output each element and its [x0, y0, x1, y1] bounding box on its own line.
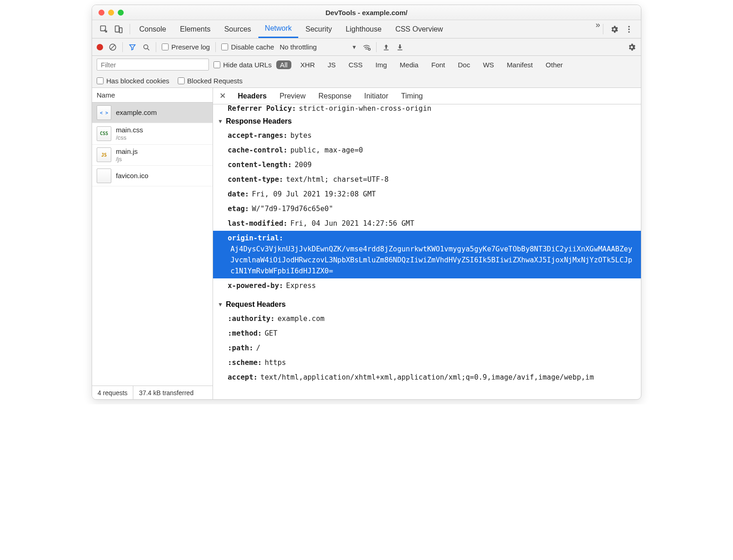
response-headers-section[interactable]: ▼ Response Headers: [213, 114, 641, 128]
request-row[interactable]: < >example.com: [92, 103, 213, 123]
svg-rect-2: [120, 27, 122, 33]
svg-point-8: [368, 48, 371, 50]
header-row[interactable]: cache-control:public, max-age=0: [213, 143, 641, 158]
panel-tab-elements[interactable]: Elements: [174, 20, 217, 38]
detail-tab-initiator[interactable]: Initiator: [358, 88, 394, 104]
record-button[interactable]: [97, 44, 103, 50]
type-filter-font[interactable]: Font: [427, 60, 449, 69]
minimize-window-button[interactable]: [108, 10, 114, 16]
header-row: Referrer Policy: strict-origin-when-cros…: [213, 104, 641, 114]
type-filter-other[interactable]: Other: [542, 60, 567, 69]
type-filter-manifest[interactable]: Manifest: [503, 60, 536, 69]
device-toolbar-icon[interactable]: [114, 25, 123, 34]
panel-tab-css-overview[interactable]: CSS Overview: [389, 20, 449, 38]
type-filter-img[interactable]: Img: [372, 60, 391, 69]
header-row[interactable]: date:Fri, 09 Jul 2021 19:32:08 GMT: [213, 187, 641, 201]
header-key: content-length:: [228, 159, 292, 170]
header-row[interactable]: :path:/: [213, 341, 641, 355]
request-row[interactable]: CSSmain.css/css: [92, 123, 213, 145]
download-har-icon[interactable]: [396, 43, 404, 51]
header-value: bytes: [290, 130, 312, 141]
header-value: GET: [265, 328, 278, 339]
more-tabs-icon[interactable]: »: [596, 20, 600, 38]
header-row[interactable]: :authority:example.com: [213, 311, 641, 326]
disable-cache-label: Disable cache: [231, 43, 274, 51]
detail-tab-headers[interactable]: Headers: [231, 88, 273, 104]
throttling-select[interactable]: No throttling ▼: [279, 43, 357, 51]
inspect-element-icon[interactable]: [99, 25, 109, 34]
panel-tab-security[interactable]: Security: [299, 20, 339, 38]
disable-cache-checkbox[interactable]: Disable cache: [221, 43, 274, 51]
search-icon[interactable]: [142, 43, 150, 51]
type-filter-doc[interactable]: Doc: [454, 60, 474, 69]
svg-point-3: [628, 26, 629, 27]
detail-tab-preview[interactable]: Preview: [273, 88, 312, 104]
request-row[interactable]: JSmain.js/js: [92, 145, 213, 166]
type-filter-js[interactable]: JS: [324, 60, 339, 69]
header-row[interactable]: accept-ranges:bytes: [213, 128, 641, 143]
request-headers-section[interactable]: ▼ Request Headers: [213, 298, 641, 311]
network-conditions-icon[interactable]: [362, 43, 371, 51]
network-settings-gear-icon[interactable]: [627, 43, 636, 52]
header-row[interactable]: last-modified:Fri, 04 Jun 2021 14:27:56 …: [213, 216, 641, 231]
header-key: Referrer Policy:: [228, 104, 296, 113]
header-value: https: [265, 357, 286, 368]
header-value: Fri, 09 Jul 2021 19:32:08 GMT: [252, 189, 376, 200]
header-row[interactable]: :scheme:https: [213, 355, 641, 370]
type-filter-xhr[interactable]: XHR: [297, 60, 319, 69]
disclosure-triangle-icon: ▼: [218, 118, 223, 125]
panel-tab-sources[interactable]: Sources: [218, 20, 257, 38]
name-column-header[interactable]: Name: [92, 88, 213, 103]
kebab-menu-icon[interactable]: [624, 25, 634, 34]
hide-data-urls-checkbox[interactable]: Hide data URLs: [213, 61, 272, 69]
detail-tab-timing[interactable]: Timing: [395, 88, 429, 104]
titlebar: DevTools - example.com/: [92, 5, 641, 20]
settings-gear-icon[interactable]: [610, 25, 619, 34]
close-detail-icon[interactable]: ✕: [215, 88, 230, 104]
header-row[interactable]: content-type:text/html; charset=UTF-8: [213, 172, 641, 187]
status-bar: 4 requests 37.4 kB transferred: [92, 386, 213, 399]
upload-har-icon[interactable]: [382, 43, 390, 51]
window-title: DevTools - example.com/: [92, 9, 641, 16]
type-filter-ws[interactable]: WS: [479, 60, 498, 69]
svg-rect-10: [398, 49, 403, 50]
header-key: accept:: [228, 372, 257, 383]
header-row[interactable]: :method:GET: [213, 326, 641, 341]
header-value: text/html; charset=UTF-8: [286, 174, 388, 185]
request-name: example.com: [116, 109, 157, 117]
header-key: origin-trial:: [228, 233, 283, 244]
detail-tab-response[interactable]: Response: [312, 88, 358, 104]
type-filter-css[interactable]: CSS: [345, 60, 366, 69]
maximize-window-button[interactable]: [118, 10, 124, 16]
request-path: /css: [116, 134, 143, 141]
blocked-requests-checkbox[interactable]: Blocked Requests: [178, 77, 243, 85]
svg-point-7: [144, 44, 148, 49]
header-row[interactable]: content-length:2009: [213, 158, 641, 172]
header-key: :method:: [228, 328, 262, 339]
panel-tab-lighthouse[interactable]: Lighthouse: [339, 20, 388, 38]
preserve-log-label: Preserve log: [171, 43, 210, 51]
header-row[interactable]: etag:W/"7d9-179d76c65e0": [213, 201, 641, 216]
type-filter-all[interactable]: All: [276, 60, 291, 69]
header-key: :authority:: [228, 313, 275, 324]
close-window-button[interactable]: [98, 10, 104, 16]
clear-icon[interactable]: [109, 43, 117, 51]
has-blocked-cookies-checkbox[interactable]: Has blocked cookies: [97, 77, 170, 85]
header-row[interactable]: x-powered-by:Express: [213, 278, 641, 293]
section-label: Request Headers: [226, 300, 286, 309]
request-row[interactable]: favicon.ico: [92, 166, 213, 186]
panel-tab-console[interactable]: Console: [133, 20, 173, 38]
header-key: :scheme:: [228, 357, 262, 368]
preserve-log-checkbox[interactable]: Preserve log: [162, 43, 210, 51]
header-row[interactable]: origin-trial:Aj4DysCv3VjknU3jJvkDEwnQZK/…: [213, 231, 641, 278]
filter-input[interactable]: [97, 59, 209, 71]
filter-funnel-icon[interactable]: [128, 43, 137, 51]
header-value: Aj4DysCv3VjknU3jJvkDEwnQZK/vmse4rdd8jZog…: [230, 244, 636, 277]
type-filter-media[interactable]: Media: [396, 60, 422, 69]
header-key: accept-ranges:: [228, 130, 288, 141]
request-name: main.js: [116, 147, 138, 156]
request-list-pane: Name < >example.comCSSmain.css/cssJSmain…: [92, 88, 213, 399]
panel-tab-network[interactable]: Network: [258, 20, 298, 38]
header-row[interactable]: accept:text/html,application/xhtml+xml,a…: [213, 370, 641, 385]
headers-panel: Referrer Policy: strict-origin-when-cros…: [213, 104, 641, 399]
